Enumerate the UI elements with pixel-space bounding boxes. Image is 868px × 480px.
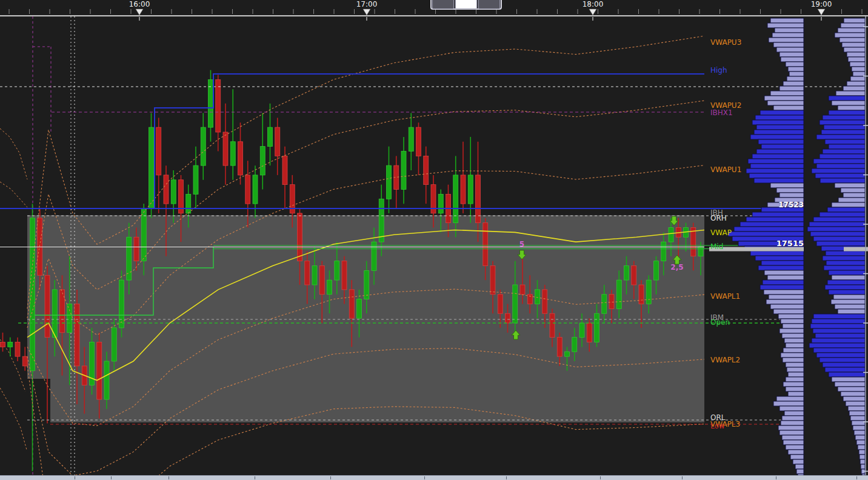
candle-body bbox=[364, 270, 369, 299]
volume-profile-bar bbox=[783, 81, 804, 86]
toolbar-button-left[interactable] bbox=[432, 0, 454, 9]
prev-session-band bbox=[0, 388, 27, 450]
candle-body bbox=[661, 242, 666, 261]
volume-profile-bar bbox=[776, 188, 804, 193]
volume-profile-bar bbox=[852, 67, 865, 72]
scrollbar-tick bbox=[111, 476, 112, 479]
volume-profile-bar bbox=[812, 338, 865, 343]
volume-profile-bar bbox=[813, 314, 865, 319]
volume-profile-bar bbox=[847, 81, 865, 86]
volume-profile-bar bbox=[832, 101, 865, 105]
volume-profile-bar bbox=[820, 212, 865, 217]
volume-profile-bar bbox=[788, 372, 804, 377]
volume-profile-bar bbox=[782, 416, 804, 421]
candle-body bbox=[572, 338, 577, 352]
volume-profile-bar bbox=[754, 130, 804, 135]
volume-profile-bar bbox=[861, 464, 865, 469]
volume-profile-bar bbox=[769, 295, 804, 299]
volume-profile-bar bbox=[783, 440, 804, 445]
volume-profile-bar bbox=[816, 241, 865, 246]
volume-profile-bar bbox=[756, 125, 804, 130]
volume-profile-bar bbox=[835, 382, 865, 387]
volume-profile-bar bbox=[838, 387, 865, 392]
candle-body bbox=[282, 156, 287, 184]
volume-profile-bar bbox=[780, 430, 804, 435]
candle-body bbox=[149, 127, 154, 208]
volume-profile-bar bbox=[770, 91, 804, 96]
volume-profile-bar bbox=[787, 367, 804, 372]
volume-profile-bar bbox=[782, 435, 804, 440]
volume-profile-bar bbox=[770, 18, 804, 23]
label-vwapl1: VWAPL1 bbox=[710, 293, 740, 301]
volume-profile-bar bbox=[820, 154, 865, 159]
volume-profile-bar bbox=[853, 425, 865, 430]
volume-profile-bar bbox=[820, 178, 865, 183]
candle-body bbox=[639, 285, 644, 304]
volume-profile-bar bbox=[809, 343, 865, 348]
candle-body bbox=[416, 127, 421, 156]
volume-profile-bar bbox=[835, 33, 865, 38]
volume-profile-bar bbox=[781, 421, 804, 425]
volume-profile-bar bbox=[842, 42, 865, 47]
volume-profile-bar bbox=[829, 372, 865, 377]
volume-profile-bar bbox=[783, 324, 804, 328]
volume-profile-bar bbox=[780, 193, 804, 198]
volume-profile-bar bbox=[829, 144, 865, 149]
volume-profile-bar bbox=[780, 86, 804, 91]
volume-profile-bar bbox=[755, 256, 804, 261]
candle-body bbox=[461, 175, 466, 204]
volume-profile-bar bbox=[838, 28, 865, 33]
candle-body bbox=[498, 295, 502, 314]
volume-profile-bar bbox=[829, 110, 865, 115]
candle-body bbox=[483, 223, 488, 266]
volume-profile-bar bbox=[776, 47, 804, 52]
volume-profile-bar bbox=[850, 76, 865, 81]
toolbar-button-right[interactable] bbox=[478, 0, 500, 9]
toolbar-button-middle[interactable] bbox=[455, 0, 477, 9]
time-marker-triangle bbox=[818, 9, 825, 15]
volume-profile-bar bbox=[760, 285, 804, 290]
volume-profile-bar bbox=[770, 183, 804, 188]
prev-session-band bbox=[0, 339, 25, 392]
volume-profile-bar bbox=[812, 319, 865, 324]
volume-profile-bar bbox=[825, 139, 865, 144]
scrollbar-tick bbox=[75, 476, 75, 479]
volume-profile-bar bbox=[844, 47, 865, 52]
volume-profile-bar bbox=[850, 416, 865, 421]
volume-profile-bar bbox=[781, 353, 804, 358]
candle-body bbox=[245, 175, 250, 204]
volume-profile-bar bbox=[843, 396, 865, 401]
volume-profile-bar bbox=[815, 173, 865, 178]
volume-profile-bar bbox=[728, 232, 804, 236]
volume-profile-bar bbox=[761, 144, 804, 149]
price-chart[interactable] bbox=[0, 0, 868, 480]
candle-body bbox=[669, 228, 673, 242]
h-scrollbar[interactable] bbox=[0, 475, 868, 480]
candle-body bbox=[490, 266, 495, 295]
candle-body bbox=[319, 266, 324, 295]
volume-profile-bar bbox=[838, 105, 865, 110]
volume-profile-bar bbox=[813, 348, 865, 353]
volume-profile-bar bbox=[752, 120, 804, 125]
volume-profile-bar bbox=[778, 425, 804, 430]
volume-profile-bar bbox=[773, 309, 804, 314]
volume-profile-bar bbox=[767, 275, 804, 280]
volume-profile-bar bbox=[832, 275, 865, 280]
volume-profile-bar bbox=[758, 139, 804, 144]
volume-profile-bar bbox=[780, 52, 804, 57]
time-marker-triangle bbox=[136, 9, 143, 15]
candle-body bbox=[587, 323, 592, 342]
time-label: 19:00 bbox=[811, 0, 832, 8]
candle-body bbox=[506, 313, 510, 323]
scrollbar-tick bbox=[682, 476, 683, 479]
candle-body bbox=[141, 208, 146, 261]
volume-profile-bar bbox=[843, 193, 865, 198]
volume-profile-bar bbox=[824, 125, 865, 130]
candle-body bbox=[327, 280, 332, 295]
volume-profile-bar bbox=[783, 358, 804, 362]
volume-profile-bar bbox=[840, 38, 865, 42]
trading-chart-window: 16:00 17:00 18:00 19:00 VWAPU3 High VWAP… bbox=[0, 0, 868, 480]
scrollbar-tick bbox=[424, 476, 425, 479]
scrollbar-tick bbox=[255, 476, 255, 479]
prev-session-band bbox=[0, 182, 27, 207]
